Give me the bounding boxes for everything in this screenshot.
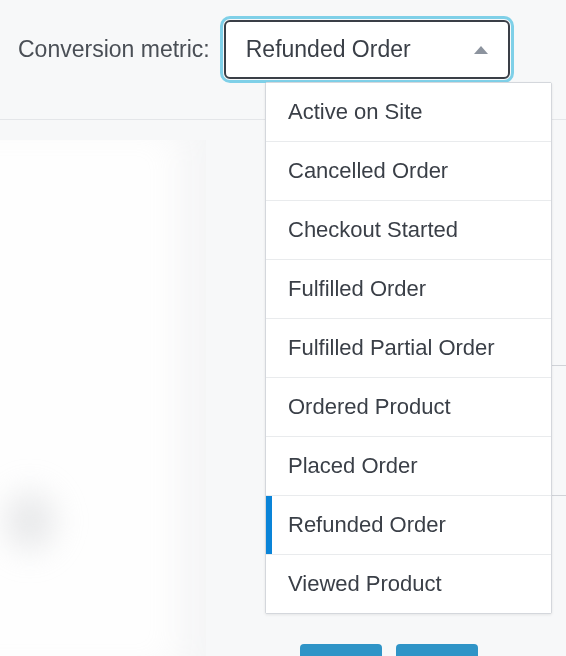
dropdown-option-fulfilled-order[interactable]: Fulfilled Order <box>266 260 551 319</box>
chevron-up-icon <box>474 46 488 54</box>
dropdown-option-active-on-site[interactable]: Active on Site <box>266 83 551 142</box>
conversion-metric-label: Conversion metric: <box>18 36 210 63</box>
dropdown-option-placed-order[interactable]: Placed Order <box>266 437 551 496</box>
dropdown-option-checkout-started[interactable]: Checkout Started <box>266 201 551 260</box>
dropdown-option-viewed-product[interactable]: Viewed Product <box>266 555 551 613</box>
blur-decoration <box>0 476 70 566</box>
dropdown-option-ordered-product[interactable]: Ordered Product <box>266 378 551 437</box>
select-value: Refunded Order <box>246 36 411 63</box>
conversion-metric-select[interactable]: Refunded Order <box>224 20 510 79</box>
content-panel <box>0 140 206 656</box>
button-stub[interactable] <box>300 644 382 656</box>
dropdown-option-cancelled-order[interactable]: Cancelled Order <box>266 142 551 201</box>
bottom-buttons <box>300 644 478 656</box>
dropdown-option-fulfilled-partial-order[interactable]: Fulfilled Partial Order <box>266 319 551 378</box>
conversion-metric-dropdown: Active on Site Cancelled Order Checkout … <box>265 82 552 614</box>
button-stub[interactable] <box>396 644 478 656</box>
select-wrapper: Refunded Order <box>224 20 548 79</box>
dropdown-option-refunded-order[interactable]: Refunded Order <box>266 496 551 555</box>
